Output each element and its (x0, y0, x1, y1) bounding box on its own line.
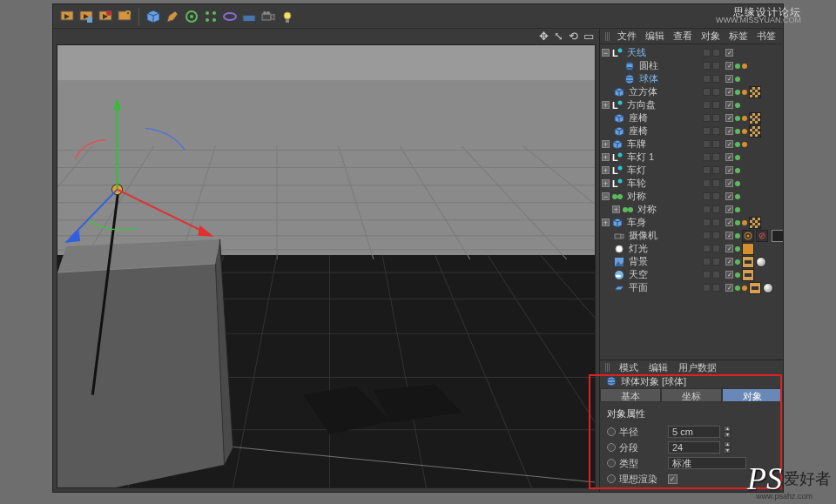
layer-dot[interactable] (742, 90, 747, 95)
layer-dot[interactable] (735, 207, 740, 212)
visibility-toggles[interactable] (703, 179, 720, 187)
layer-dot[interactable] (742, 220, 747, 225)
tree-item-label[interactable]: 座椅 (627, 124, 648, 138)
pen-button[interactable] (164, 8, 181, 25)
expander[interactable]: + (602, 218, 610, 226)
tab-view[interactable]: 查看 (671, 30, 694, 43)
expander[interactable]: + (612, 205, 620, 213)
enable-checkbox[interactable]: ✓ (725, 127, 733, 135)
material-tag-icon[interactable] (756, 257, 766, 267)
enable-checkbox[interactable]: ✓ (725, 166, 733, 174)
enable-checkbox[interactable]: ✓ (725, 140, 733, 148)
render-settings-button[interactable] (116, 8, 133, 25)
visibility-toggles[interactable] (703, 49, 720, 57)
layer-dot[interactable] (735, 77, 740, 82)
tree-item-label[interactable]: 圆柱 (637, 59, 658, 72)
visibility-toggles[interactable] (703, 284, 720, 292)
cube-button[interactable] (145, 8, 162, 25)
enable-checkbox[interactable]: ✓ (725, 153, 733, 161)
layer-dot[interactable] (742, 129, 747, 134)
expander[interactable]: + (602, 101, 610, 109)
camera-active-icon[interactable] (772, 230, 783, 242)
floor-button[interactable] (240, 8, 258, 25)
texture-tag-icon[interactable] (749, 86, 761, 98)
tab-obj-active[interactable]: 对象 (722, 388, 783, 402)
radius-input[interactable] (668, 426, 720, 438)
tree-item-label[interactable]: 立方体 (627, 85, 657, 98)
compositing-tag-icon[interactable] (749, 282, 761, 294)
layer-dot[interactable] (735, 220, 740, 225)
compositing-tag-icon[interactable] (742, 269, 754, 281)
tab-coord[interactable]: 坐标 (661, 388, 722, 402)
layer-dot[interactable] (735, 272, 740, 278)
tree-item-label[interactable]: 背景 (627, 255, 648, 268)
layer-dot[interactable] (735, 194, 740, 199)
spinner[interactable]: ▴▾ (724, 441, 731, 454)
tree-item-label[interactable]: 车轮 (625, 177, 646, 190)
protect-tag-icon[interactable]: ⊘ (756, 230, 768, 242)
layer-dot[interactable] (742, 64, 747, 69)
layer-dot[interactable] (735, 64, 740, 69)
radio-icon[interactable] (607, 427, 616, 436)
layer-dot[interactable] (735, 90, 740, 95)
nav-zoom-icon[interactable]: ⤡ (554, 30, 563, 43)
visibility-toggles[interactable] (703, 127, 720, 135)
attr-edit[interactable]: 编辑 (647, 361, 670, 374)
tab-tag[interactable]: 标签 (727, 30, 750, 43)
expander[interactable]: + (602, 153, 610, 161)
visibility-toggles[interactable] (703, 271, 720, 279)
radio-icon[interactable] (607, 443, 616, 452)
material-tag-icon[interactable] (763, 283, 773, 293)
segments-input[interactable] (668, 441, 720, 454)
enable-checkbox[interactable]: ✓ (725, 75, 733, 83)
visibility-toggles[interactable] (703, 258, 720, 265)
tree-item-label[interactable]: 对称 (636, 203, 657, 216)
enable-checkbox[interactable]: ✓ (725, 258, 733, 265)
tree-item-label[interactable]: 座椅 (627, 111, 648, 124)
nurbs-button[interactable] (183, 8, 200, 25)
layer-dot[interactable] (742, 116, 747, 121)
expander[interactable]: − (602, 192, 610, 200)
compositing-tag-icon[interactable] (742, 256, 754, 268)
texture-tag-icon[interactable] (749, 217, 761, 229)
tree-item-label[interactable]: 车身 (625, 216, 646, 229)
visibility-toggles[interactable] (703, 166, 720, 174)
enable-checkbox[interactable]: ✓ (725, 218, 733, 226)
visibility-toggles[interactable] (703, 140, 720, 148)
spinner[interactable]: ▴▾ (724, 426, 731, 438)
layer-dot[interactable] (735, 116, 740, 121)
visibility-toggles[interactable] (703, 114, 720, 122)
tree-item-label[interactable]: 天线 (625, 46, 646, 59)
tab-edit[interactable]: 编辑 (644, 30, 666, 43)
enable-checkbox[interactable]: ✓ (725, 88, 733, 96)
layer-dot[interactable] (735, 259, 740, 265)
enable-checkbox[interactable]: ✓ (725, 284, 733, 292)
layer-dot[interactable] (742, 142, 747, 147)
enable-checkbox[interactable]: ✓ (725, 232, 733, 239)
tree-item-label[interactable]: 车牌 (625, 138, 646, 151)
deformer-button[interactable] (221, 8, 239, 25)
array-button[interactable] (202, 8, 219, 25)
tab-bookmark[interactable]: 书签 (755, 30, 778, 43)
tree-item-label[interactable]: 平面 (627, 281, 648, 294)
texture-tag-icon[interactable] (749, 112, 761, 124)
nav-rotate-icon[interactable]: ⟲ (569, 30, 578, 43)
tree-item-label[interactable]: 对称 (625, 190, 646, 203)
attr-mode[interactable]: 模式 (617, 361, 640, 374)
expander[interactable]: + (602, 140, 610, 148)
layer-dot[interactable] (735, 155, 740, 160)
camera-button[interactable] (260, 8, 277, 25)
type-select[interactable] (668, 457, 746, 469)
tree-item-label[interactable]: 天空 (627, 268, 648, 281)
enable-checkbox[interactable]: ✓ (725, 114, 733, 122)
viewport[interactable] (57, 44, 596, 488)
enable-checkbox[interactable]: ✓ (725, 245, 733, 252)
render-region-button[interactable] (78, 8, 95, 25)
enable-checkbox[interactable]: ✓ (725, 179, 733, 187)
tree-item-label[interactable]: 摄像机 (627, 229, 657, 242)
visibility-toggles[interactable] (703, 218, 720, 226)
expander[interactable]: + (602, 166, 610, 174)
enable-checkbox[interactable]: ✓ (725, 49, 733, 57)
tree-item-label[interactable]: 球体 (637, 72, 658, 85)
visibility-toggles[interactable] (703, 101, 720, 109)
